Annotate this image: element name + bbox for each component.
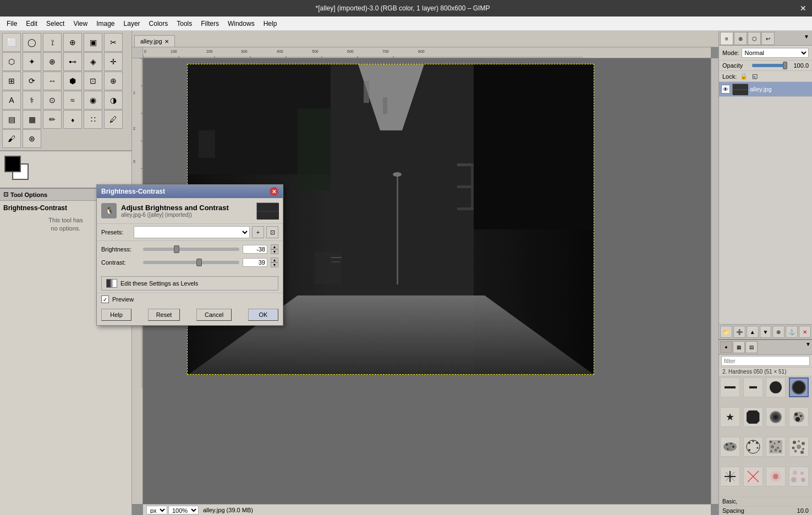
opacity-slider[interactable] <box>752 64 787 67</box>
channels-tab[interactable]: ⊕ <box>734 32 747 45</box>
brush-item[interactable] <box>720 377 740 397</box>
bc-add-preset-button[interactable]: + <box>252 226 264 238</box>
zoom-unit-select[interactable]: px <box>146 506 167 514</box>
bc-brightness-slider[interactable] <box>143 248 239 251</box>
canvas-tab-alley[interactable]: alley.jpg ✕ <box>134 35 175 47</box>
bc-contrast-input[interactable] <box>243 258 267 267</box>
bc-close-button[interactable]: ✕ <box>270 187 278 196</box>
airbrush-tool[interactable]: ∷ <box>84 110 102 129</box>
menu-file[interactable]: File <box>2 19 21 29</box>
bc-preview-checkbox[interactable]: ✓ <box>101 295 109 303</box>
bc-reset-button[interactable]: Reset <box>148 309 180 321</box>
align-tool[interactable]: ⊞ <box>2 72 21 90</box>
warp-tool[interactable]: ◈ <box>84 52 102 71</box>
bc-cancel-button[interactable]: Cancel <box>196 309 232 321</box>
cage-transform-tool[interactable]: ⊡ <box>84 72 102 90</box>
bc-manage-presets-button[interactable]: ⊡ <box>266 226 278 238</box>
raise-layer-button[interactable]: ▲ <box>747 326 759 338</box>
menu-select[interactable]: Select <box>42 19 69 29</box>
new-layer-button[interactable]: ➕ <box>733 326 745 338</box>
zoom-level-select[interactable]: 100% <box>168 506 199 514</box>
ink-tool[interactable]: 🖊 <box>104 110 123 129</box>
blur-sharpen-tool[interactable]: ◉ <box>84 91 102 109</box>
move-tool[interactable]: ✛ <box>104 52 123 71</box>
paths-tool[interactable]: ⬡ <box>2 52 21 71</box>
lock-pixels-icon[interactable]: 🔒 <box>740 73 748 80</box>
convolve-tool[interactable]: ⊛ <box>23 129 41 148</box>
vertical-scrollbar[interactable] <box>711 58 718 504</box>
dodge-burn-tool[interactable]: ◑ <box>104 91 123 109</box>
text-tool[interactable]: A <box>2 91 21 109</box>
mode-select[interactable]: Normal <box>742 48 809 58</box>
brush-item[interactable] <box>743 437 763 457</box>
panel-expand[interactable]: ▼ <box>802 32 811 41</box>
menu-edit[interactable]: Edit <box>21 19 42 29</box>
foreground-color[interactable] <box>4 156 21 172</box>
bc-brightness-down[interactable]: ▼ <box>271 249 278 254</box>
brush-item[interactable] <box>789 437 809 457</box>
menu-windows[interactable]: Windows <box>223 19 259 29</box>
fuzzy-select-tool[interactable]: ⊕ <box>63 33 82 52</box>
scissors-select-tool[interactable]: ✂ <box>104 33 123 52</box>
free-select-tool[interactable]: ⟟ <box>43 33 62 52</box>
brush-item[interactable] <box>789 407 809 427</box>
heal-tool[interactable]: ⚕ <box>23 91 41 109</box>
transform-tool[interactable]: ⟳ <box>23 72 41 90</box>
brush-item[interactable] <box>743 407 763 427</box>
bc-brightness-up[interactable]: ▲ <box>271 244 278 249</box>
smudge-tool[interactable]: ≈ <box>63 91 82 109</box>
blend-tool[interactable]: ▦ <box>23 110 41 129</box>
brush-item[interactable]: ★ <box>720 407 740 427</box>
menu-tools[interactable]: Tools <box>172 19 196 29</box>
brush-item[interactable] <box>789 467 809 486</box>
color-picker-tool[interactable]: ✦ <box>23 52 41 71</box>
brush-item[interactable] <box>743 467 763 486</box>
bc-brightness-input[interactable] <box>243 245 267 254</box>
brush-item[interactable] <box>766 467 786 486</box>
menu-image[interactable]: Image <box>92 19 119 29</box>
bc-help-button[interactable]: Help <box>101 309 131 321</box>
brush-item[interactable] <box>743 377 763 397</box>
menu-view[interactable]: View <box>69 19 92 29</box>
layers-tab[interactable]: ≡ <box>720 32 733 45</box>
unified-transform-tool[interactable]: ⊕ <box>104 72 123 90</box>
bc-presets-select[interactable] <box>134 226 250 238</box>
brush-item-selected[interactable] <box>789 377 809 397</box>
paths-tab[interactable]: ⬡ <box>748 32 761 45</box>
paint-bucket-tool[interactable]: ▤ <box>2 110 21 129</box>
brushes-filter-input[interactable] <box>721 356 810 366</box>
brush-item[interactable] <box>766 377 786 397</box>
duplicate-layer-button[interactable]: ⊕ <box>772 326 784 338</box>
menu-filters[interactable]: Filters <box>196 19 223 29</box>
lower-layer-button[interactable]: ▼ <box>760 326 772 338</box>
delete-layer-button[interactable]: ✕ <box>799 326 811 338</box>
brush-item[interactable] <box>766 407 786 427</box>
brush-item[interactable] <box>766 437 786 457</box>
brushes-tab[interactable]: ● <box>720 341 732 353</box>
bc-ok-button[interactable]: OK <box>248 309 278 321</box>
pencil-tool[interactable]: ✏ <box>43 110 62 129</box>
bc-contrast-slider[interactable] <box>143 261 239 264</box>
mypaint-brush-tool[interactable]: 🖌 <box>2 129 21 148</box>
anchor-layer-button[interactable]: ⚓ <box>786 326 798 338</box>
undo-tab[interactable]: ↩ <box>761 32 775 45</box>
fg-bg-colors[interactable] <box>4 156 37 183</box>
eraser-tool[interactable]: ⬧ <box>63 110 82 129</box>
menu-colors[interactable]: Colors <box>145 19 173 29</box>
rectangle-select-tool[interactable]: ⬜ <box>2 33 21 52</box>
measure-tool[interactable]: ⊷ <box>63 52 82 71</box>
brushes-expand[interactable]: ▼ <box>805 341 811 353</box>
ellipse-select-tool[interactable]: ◯ <box>23 33 41 52</box>
menu-layer[interactable]: Layer <box>119 19 145 29</box>
bc-contrast-down[interactable]: ▼ <box>271 262 278 267</box>
flip-tool[interactable]: ↔ <box>43 72 62 90</box>
patterns-tab[interactable]: ▦ <box>733 341 745 353</box>
select-by-color-tool[interactable]: ▣ <box>84 33 102 52</box>
layer-visibility[interactable]: 👁 <box>721 85 730 94</box>
gradients-tab[interactable]: ▤ <box>745 341 758 353</box>
menu-help[interactable]: Help <box>259 19 282 29</box>
canvas-tab-close[interactable]: ✕ <box>164 39 169 45</box>
window-close-button[interactable]: ✕ <box>800 4 806 13</box>
new-layer-group-button[interactable]: 📁 <box>720 326 732 338</box>
bc-contrast-up[interactable]: ▲ <box>271 258 278 262</box>
